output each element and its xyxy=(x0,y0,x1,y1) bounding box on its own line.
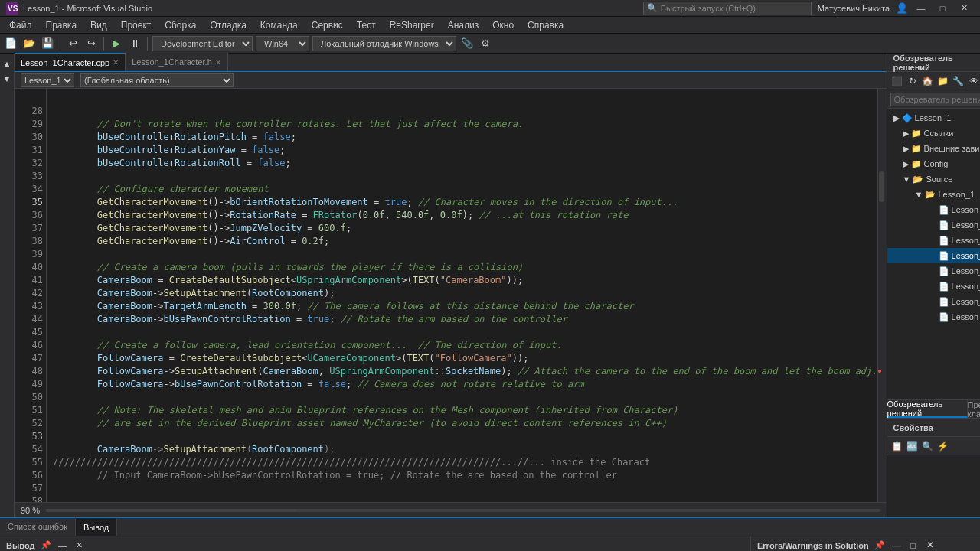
menu-tools[interactable]: Сервис xyxy=(305,18,349,32)
bottom-panel: Вывод 📌 — ✕ Показать выходные данные из:… xyxy=(0,536,980,551)
open-btn[interactable]: 📂 xyxy=(21,36,37,51)
tab-close-h[interactable]: ✕ xyxy=(215,58,221,67)
se-home-btn[interactable]: 🏠 xyxy=(921,74,935,88)
properties-header: Свойства 📌 — □ ✕ xyxy=(887,419,980,437)
solution-explorer-header: Обозреватель решений 📌 — □ ✕ xyxy=(887,54,980,72)
output-title: Вывод xyxy=(6,541,35,550)
tree-item-source[interactable]: ▼ 📂 Source xyxy=(887,171,980,187)
props-alpha-btn[interactable]: 🔤 xyxy=(906,439,920,453)
output-pin-btn[interactable]: 📌 xyxy=(40,540,52,552)
errors-max-btn[interactable]: □ xyxy=(907,540,920,552)
undo-btn[interactable]: ↩ xyxy=(65,36,80,51)
tree-item-lesson1-folder[interactable]: ▼ 📂 Lesson_1 xyxy=(887,187,980,202)
start-btn[interactable]: ▶ xyxy=(109,36,124,51)
properties-panel: Свойства 📌 — □ ✕ 📋 🔤 🔍 ⚡ xyxy=(887,418,980,517)
expand-icon2: ▶ xyxy=(903,129,909,139)
debugger-dropdown[interactable]: Локальный отладчик Windows xyxy=(312,36,456,51)
maximize-button[interactable]: □ xyxy=(933,0,952,17)
menu-file[interactable]: Файл xyxy=(3,18,38,32)
errors-pin-btn[interactable]: 📌 xyxy=(874,540,886,552)
tree-item-char-h[interactable]: 📄 Lesson_1Character.h xyxy=(887,263,980,279)
btab-errors[interactable]: Список ошибок xyxy=(0,517,76,536)
inner-margin xyxy=(877,89,887,502)
solution-search-input[interactable] xyxy=(890,93,980,106)
props-cat-btn[interactable]: 📋 xyxy=(890,439,904,453)
tree-item-lesson1-cpp[interactable]: 📄 Lesson_1.cpp xyxy=(887,217,980,233)
expand-icon4: ▶ xyxy=(903,159,909,169)
tree-item-refs[interactable]: ▶ 📁 Ссылки xyxy=(887,126,980,141)
menu-test[interactable]: Тест xyxy=(351,18,382,32)
zoom-level[interactable]: 90 % xyxy=(21,506,40,515)
title-bar: VS Lesson_1 - Microsoft Visual Studio 🔍 … xyxy=(0,0,980,17)
user-profile: Матусевич Никита xyxy=(818,4,890,13)
menu-analyze[interactable]: Анализ xyxy=(442,18,485,32)
se-collapse-all-btn[interactable]: ⬛ xyxy=(890,74,904,88)
menu-resharper[interactable]: ReSharper xyxy=(384,18,440,32)
se-tab-solution[interactable]: Обозреватель решений xyxy=(887,400,968,418)
tree-item-external-deps[interactable]: ▶ 📁 Внешние зависимости xyxy=(887,141,980,156)
se-properties-btn[interactable]: 🔧 xyxy=(952,74,965,88)
file-icon3: 📄 xyxy=(939,236,949,246)
expand-icon5: ▼ xyxy=(903,174,911,184)
tree-item-gamemode-cpp[interactable]: 📄 Lesson_1GameMode.cpp xyxy=(887,279,980,294)
props-extra-btn[interactable]: ⚡ xyxy=(936,439,950,453)
tree-item-gamemode-h[interactable]: 📄 Lesson_1GameMode.h xyxy=(887,294,980,309)
errors-title: Errors/Warnings in Solution xyxy=(757,541,869,550)
file-icon2: 📄 xyxy=(939,220,949,230)
platform-dropdown[interactable]: Win64 xyxy=(256,36,309,51)
se-preview-btn[interactable]: 👁 xyxy=(967,74,980,88)
tree-item-lesson1-h[interactable]: 📄 Lesson_1.h xyxy=(887,233,980,248)
btab-output[interactable]: Вывод xyxy=(76,517,117,536)
sidebar-btn1[interactable]: ▲ xyxy=(0,57,14,70)
code-content[interactable]: // Don't rotate when the controller rota… xyxy=(47,89,877,502)
redo-btn[interactable]: ↪ xyxy=(83,36,99,51)
config-dropdown[interactable]: Development Editor xyxy=(152,36,253,51)
settings-btn[interactable]: ⚙ xyxy=(478,36,493,51)
props-search-btn[interactable]: 🔍 xyxy=(921,439,935,453)
new-project-btn[interactable]: 📄 xyxy=(3,36,18,51)
menu-help[interactable]: Справка xyxy=(521,18,570,32)
menu-window[interactable]: Окно xyxy=(486,18,520,32)
main-area: ▲ ▼ Lesson_1Character.cpp ✕ Lesson_1Char… xyxy=(0,54,980,517)
save-btn[interactable]: 💾 xyxy=(40,36,55,51)
horizontal-scrollbar[interactable] xyxy=(46,509,880,512)
menu-build[interactable]: Сборка xyxy=(158,18,202,32)
menu-view[interactable]: Вид xyxy=(84,18,113,32)
tab-character-h[interactable]: Lesson_1Character.h ✕ xyxy=(126,53,228,71)
menu-debug[interactable]: Отладка xyxy=(204,18,252,32)
tree-item-char-cpp[interactable]: 📄 Lesson_1Character.cpp xyxy=(887,248,980,263)
tree-item-lesson1-root[interactable]: ▶ 🔷 Lesson_1 xyxy=(887,110,980,126)
solution-explorer-toolbar: ⬛ ↻ 🏠 📁 🔧 👁 {} ⚡ 📋 xyxy=(887,72,980,90)
se-tab-classes[interactable]: Представление классов xyxy=(968,400,980,418)
se-refresh-btn[interactable]: ↻ xyxy=(906,74,920,88)
close-button[interactable]: ✕ xyxy=(954,0,974,17)
menu-team[interactable]: Команда xyxy=(254,18,304,32)
profile-icon[interactable]: 👤 xyxy=(896,2,908,14)
folder-icon3: 📁 xyxy=(911,159,922,169)
pause-btn[interactable]: ⏸ xyxy=(127,36,142,51)
tab-close-cpp[interactable]: ✕ xyxy=(113,58,119,67)
tree-item-target-cs[interactable]: 📄 Lesson_1.Target.cs xyxy=(887,309,980,324)
tab-label-cpp: Lesson_1Character.cpp xyxy=(21,58,109,67)
menu-project[interactable]: Проект xyxy=(115,18,158,32)
tab-character-cpp[interactable]: Lesson_1Character.cpp ✕ xyxy=(15,53,126,71)
tree-item-config[interactable]: ▶ 📁 Config xyxy=(887,156,980,171)
output-min-btn[interactable]: — xyxy=(57,540,69,552)
se-show-files-btn[interactable]: 📁 xyxy=(936,74,950,88)
sidebar-btn2[interactable]: ▼ xyxy=(0,72,14,86)
minimize-button[interactable]: — xyxy=(911,0,931,17)
attach-btn[interactable]: 📎 xyxy=(459,36,475,51)
scroll-thumb xyxy=(46,509,296,512)
quick-launch-text[interactable]: Быстрый запуск (Ctrl+Q) xyxy=(661,4,756,13)
scope-dropdown[interactable]: Lesson_1 xyxy=(21,73,74,87)
expand-icon: ▶ xyxy=(893,113,900,123)
menu-edit[interactable]: Правка xyxy=(40,18,83,32)
sep2 xyxy=(103,37,104,51)
se-tabs: Обозреватель решений Представление класс… xyxy=(887,399,980,418)
errors-close-btn[interactable]: ✕ xyxy=(924,540,936,552)
errors-min-btn[interactable]: — xyxy=(890,540,903,552)
output-close-btn[interactable]: ✕ xyxy=(74,540,86,552)
location-dropdown[interactable]: (Глобальная область) xyxy=(80,73,234,87)
properties-title: Свойства xyxy=(893,423,975,432)
tree-item-build-cs[interactable]: 📄 Lesson_1.Build.cs xyxy=(887,202,980,217)
